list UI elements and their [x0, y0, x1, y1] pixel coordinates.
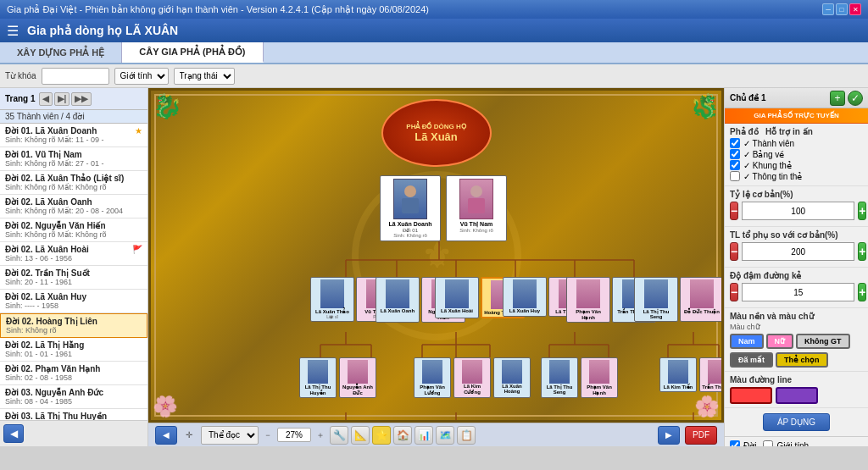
gender-select[interactable]: Giới tính Nam Nữ — [114, 68, 169, 85]
sub-ratio-plus[interactable]: + — [858, 242, 866, 261]
tool-icon-2[interactable]: 📐 — [351, 426, 370, 445]
member-item-6[interactable]: Đời 02. Lã Xuân Hoài 🚩 Sinh: 13 - 06 - 1… — [0, 242, 147, 266]
tool-icon-3[interactable]: ⭐ — [372, 426, 391, 445]
checkbox-table-input[interactable] — [730, 149, 740, 159]
line-color-btn-2[interactable] — [776, 387, 818, 404]
member-item-7[interactable]: Đời 02. Trần Thị Suốt Sinh: 20 - 11 - 19… — [0, 266, 147, 290]
color-btn-khong-gt[interactable]: Không GT — [796, 334, 850, 349]
minimize-button[interactable]: ─ — [822, 3, 834, 15]
checkbox-table: ✓ Bảng về — [730, 149, 863, 159]
add-theme-button[interactable]: + — [830, 91, 845, 106]
corner-decoration-bl: 🌸 — [153, 395, 178, 418]
color-btn-da-mat[interactable]: Đã mất — [730, 352, 773, 368]
gen3-card-6[interactable]: Lã Thị Thu Seng — [541, 357, 578, 398]
last-page-button[interactable]: ▶▶ — [71, 92, 92, 106]
member-item-10[interactable]: Đời 02. Lã Thị Hằng Sinh: 01 - 01 - 1961 — [0, 338, 147, 362]
base-ratio-plus[interactable]: + — [858, 202, 866, 220]
base-ratio-value[interactable] — [742, 202, 854, 220]
line-width-control: − + — [730, 283, 863, 301]
gen2-card-5a[interactable]: Phạm Văn Hạnh — [566, 277, 610, 323]
line-width-value[interactable] — [742, 283, 854, 301]
color-btn-nu[interactable]: Nữ — [766, 334, 794, 349]
member-count: 35 Thành viên / 4 đời — [0, 110, 147, 124]
member-info-11: Sinh: 02 - 08 - 1958 — [5, 373, 142, 382]
plus-zoom-icon[interactable]: ＋ — [316, 429, 325, 441]
line-width-minus[interactable]: − — [730, 283, 738, 301]
svg-point-37 — [404, 185, 416, 197]
menu-icon[interactable]: ☰ — [7, 23, 19, 39]
member-item-8[interactable]: Đời 02. Lã Xuân Huy Sinh: ---- - 1958 — [0, 290, 147, 313]
prev-page-button[interactable]: ◀ — [39, 92, 53, 106]
status-select[interactable]: Trạng thái — [174, 68, 235, 85]
gen3-card-5[interactable]: Lã Xuân Hoàng — [493, 357, 531, 398]
sub-ratio-minus[interactable]: − — [730, 242, 738, 261]
tool-icon-5[interactable]: 📊 — [415, 426, 433, 445]
gen2-card-2a[interactable]: Lã Xuân Oanh — [376, 277, 420, 323]
member-name-6: Đời 02. Lã Xuân Hoài — [5, 245, 89, 254]
member-info-8: Sinh: ---- - 1958 — [5, 301, 142, 310]
person-card-root-male[interactable]: Lã Xuân Doanh Đời 01 Sinh: Không rõ — [380, 175, 441, 241]
search-input[interactable] — [42, 68, 109, 85]
checkbox-frame-input[interactable] — [730, 160, 740, 170]
root-male-name: Lã Xuân Doanh — [383, 221, 437, 227]
tool-icon-6[interactable]: 🗺️ — [436, 426, 454, 445]
member-item-5[interactable]: Đời 02. Nguyễn Văn Hiến Sinh: Không rõ M… — [0, 218, 147, 242]
view-mode-select[interactable]: Thể đọc — [201, 426, 259, 445]
pdf-button[interactable]: PDF — [685, 426, 717, 445]
gen2-card-6b[interactable]: Đỗ Đức Thuận — [680, 277, 724, 322]
member-name-11: Đời 02. Phạm Văn Hạnh — [5, 364, 100, 373]
tool-icon-4[interactable]: 🏠 — [393, 426, 412, 445]
member-name-2: Đời 01. Vũ Thị Nam — [5, 150, 82, 159]
apply-button[interactable]: ÁP DỤNG — [763, 413, 830, 431]
color-btn-nam[interactable]: Nam — [730, 334, 764, 349]
gen3-card-8[interactable]: Lã Kim Tiến — [659, 357, 697, 392]
gen3-card-9[interactable]: Trần Thị Hoa — [699, 357, 724, 392]
sidebar-nav-back[interactable]: ◀ — [3, 424, 24, 443]
member-item-11[interactable]: Đời 02. Phạm Văn Hạnh Sinh: 02 - 08 - 19… — [0, 362, 147, 385]
sub-ratio-value[interactable] — [742, 242, 854, 261]
checkbox-member-input[interactable] — [730, 138, 740, 148]
gen3-card-1[interactable]: Lã Thị Thu Huyền — [299, 357, 337, 398]
gen3-card-4[interactable]: Lã Kim Cương — [453, 357, 491, 398]
gen3-card-7[interactable]: Phạm Văn Hạnh — [581, 357, 618, 398]
checkbox-info-input[interactable] — [730, 171, 740, 181]
nav-next-button[interactable]: ▶ — [658, 426, 680, 445]
gen3-group5: Lã Thị Thu Seng Phạm Văn Hạnh — [541, 357, 618, 398]
tab-build[interactable]: XÂY DỰNG PHẢ HỆ — [0, 42, 122, 63]
maximize-button[interactable]: □ — [836, 3, 848, 15]
tool-icon-1[interactable]: 🔧 — [330, 426, 348, 445]
member-item-4[interactable]: Đời 02. Lã Xuân Oanh Sinh: Không rõ Mất:… — [0, 195, 147, 218]
checkbox-gioi-tinh-input[interactable] — [763, 440, 773, 446]
gen2-card-6a[interactable]: Lã Thị Thu Seng — [634, 277, 678, 322]
base-ratio-minus[interactable]: − — [730, 202, 738, 220]
online-banner[interactable]: GIA PHẢ SỐ TRỰC TUYẾN — [725, 108, 868, 124]
member-item-13[interactable]: Đời 03. Lã Thị Thu Huyền Sinh: 25 - 12 -… — [0, 409, 147, 420]
person-card-root-female[interactable]: Vũ Thị Nam Sinh: Không rõ — [446, 175, 507, 241]
line-width-plus[interactable]: + — [858, 283, 866, 301]
gen3-card-3[interactable]: Phạm Văn Lương — [414, 357, 451, 398]
root-female-name: Vũ Thị Nam — [449, 221, 504, 228]
tree-canvas[interactable]: ⚜ 🐉 🐉 🌸 🌸 PHẢ ĐỒ DÒNG HỌ Lã Xuân — [148, 88, 724, 423]
line-color-btn-1[interactable] — [730, 387, 772, 404]
gen2-card-1a[interactable]: Lã Xuân Thảo Liệt sĩ — [310, 277, 354, 322]
member-item-2[interactable]: Đời 01. Vũ Thị Nam Sinh: Không rõ Mất: 2… — [0, 147, 147, 171]
color-btn-the-chon[interactable]: Thẻ chọn — [776, 352, 828, 368]
close-button[interactable]: ✕ — [849, 3, 861, 15]
tool-icon-7[interactable]: 📋 — [457, 426, 476, 445]
svg-rect-40 — [468, 198, 485, 213]
confirm-theme-button[interactable]: ✓ — [848, 91, 863, 106]
tree-title-banner: PHẢ ĐỒ DÒNG HỌ Lã Xuân — [381, 99, 492, 167]
next-page-button[interactable]: ▶| — [54, 92, 70, 106]
minus-zoom-icon[interactable]: － — [264, 429, 272, 441]
back-nav-button[interactable]: ◀ — [155, 426, 177, 445]
member-item-1[interactable]: Đời 01. Lã Xuân Doanh ★ Sinh: Không rõ M… — [0, 124, 147, 147]
gen2-card-4a[interactable]: Lã Xuân Huy — [503, 277, 547, 317]
gen2-card-3a[interactable]: Lã Xuân Hoài — [435, 277, 479, 318]
tab-tree[interactable]: CÂY GIA PHẢ (PHẢ ĐỒ) — [122, 42, 263, 63]
member-item-12[interactable]: Đời 03. Nguyễn Anh Đức Sinh: 08 - 04 - 1… — [0, 385, 147, 409]
member-item-9[interactable]: Đời 02. Hoàng Thị Liên Sinh: Không rõ — [0, 313, 147, 338]
base-ratio-label: Tỷ lệ cơ bản(%) — [730, 190, 863, 199]
member-item-3[interactable]: Đời 02. Lã Xuân Thảo (Liệt sĩ) Sinh: Khô… — [0, 171, 147, 195]
gen3-card-2[interactable]: Nguyễn Anh Đức — [339, 357, 376, 398]
checkbox-doi-input[interactable] — [730, 440, 740, 446]
